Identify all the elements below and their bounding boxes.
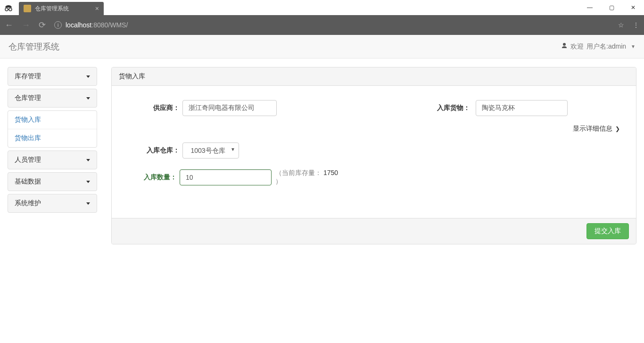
url-host: localhost bbox=[66, 21, 91, 29]
warehouse-label: 入库仓库： bbox=[126, 146, 182, 155]
qty-input[interactable] bbox=[180, 169, 272, 185]
sidebar-label: 库存管理 bbox=[15, 72, 41, 81]
back-button[interactable]: ← bbox=[5, 20, 13, 30]
incognito-icon bbox=[4, 3, 13, 13]
sidebar-item-inventory[interactable]: 库存管理 bbox=[8, 67, 97, 86]
stock-value: 1750 bbox=[323, 169, 338, 176]
browser-menu-icon[interactable]: ⋮ bbox=[633, 21, 639, 29]
minimize-button[interactable]: — bbox=[579, 0, 601, 15]
chevron-down-icon: ❯ bbox=[615, 125, 620, 132]
bookmark-icon[interactable]: ☆ bbox=[618, 21, 624, 29]
caret-icon bbox=[86, 97, 90, 100]
sidebar-label: 系统维护 bbox=[15, 199, 41, 208]
sidebar-item-personnel[interactable]: 人员管理 bbox=[8, 151, 97, 169]
close-window-button[interactable]: ✕ bbox=[622, 0, 644, 15]
sidebar-label: 仓库管理 bbox=[15, 94, 41, 102]
tab-bar: 仓库管理系统 × — ▢ ✕ bbox=[0, 0, 644, 15]
stock-hint: （当前库存量： 1750 ） bbox=[275, 169, 343, 186]
main-content: 货物入库 供应商： 入库货物： 显示详细信息 ❯ bbox=[111, 67, 636, 244]
tab-title: 仓库管理系统 bbox=[35, 5, 69, 13]
supplier-label: 供应商： bbox=[126, 104, 182, 112]
welcome-text: 欢迎 bbox=[570, 42, 584, 51]
forward-button[interactable]: → bbox=[22, 20, 30, 30]
browser-tab[interactable]: 仓库管理系统 × bbox=[19, 2, 104, 15]
caret-down-icon: ▼ bbox=[631, 44, 636, 49]
url-field[interactable]: i localhost:8080/WMS/ bbox=[54, 21, 610, 29]
main-container: 库存管理 仓库管理 货物入库 货物出库 人员管理 bbox=[0, 59, 644, 253]
maximize-button[interactable]: ▢ bbox=[601, 0, 622, 15]
reload-button[interactable]: ⟳ bbox=[39, 20, 46, 30]
sidebar-label: 基础数据 bbox=[15, 177, 41, 186]
sidebar-item-basedata[interactable]: 基础数据 bbox=[8, 172, 97, 191]
sidebar-submenu: 货物入库 货物出库 bbox=[8, 110, 97, 148]
sidebar-item-warehouse[interactable]: 仓库管理 bbox=[8, 89, 97, 108]
stock-in-panel: 货物入库 供应商： 入库货物： 显示详细信息 ❯ bbox=[111, 67, 636, 244]
username-text: 用户名:admin bbox=[586, 42, 626, 51]
app-header: 仓库管理系统 欢迎 用户名:admin ▼ bbox=[0, 35, 644, 59]
caret-icon bbox=[86, 181, 90, 183]
sidebar-subitem-stock-in[interactable]: 货物入库 bbox=[8, 111, 97, 129]
caret-icon bbox=[86, 202, 90, 205]
close-tab-icon[interactable]: × bbox=[95, 5, 99, 12]
svg-point-0 bbox=[5, 8, 8, 11]
sidebar: 库存管理 仓库管理 货物入库 货物出库 人员管理 bbox=[8, 67, 97, 244]
show-detail-toggle[interactable]: 显示详细信息 ❯ bbox=[573, 125, 620, 133]
window-controls: — ▢ ✕ bbox=[579, 0, 644, 15]
warehouse-select[interactable]: 1003号仓库 bbox=[182, 142, 239, 159]
sidebar-subitem-stock-out[interactable]: 货物出库 bbox=[8, 129, 97, 147]
user-menu[interactable]: 欢迎 用户名:admin ▼ bbox=[561, 42, 636, 51]
supplier-input[interactable] bbox=[182, 100, 277, 116]
caret-icon bbox=[86, 75, 90, 78]
url-path: /WMS/ bbox=[108, 21, 128, 29]
goods-input[interactable] bbox=[476, 100, 568, 116]
qty-label: 入库数量： bbox=[126, 173, 180, 182]
app-brand: 仓库管理系统 bbox=[8, 41, 59, 52]
caret-icon bbox=[86, 159, 90, 161]
url-port: :8080 bbox=[91, 21, 108, 29]
show-detail-label: 显示详细信息 bbox=[573, 125, 612, 133]
goods-label: 入库货物： bbox=[437, 104, 473, 112]
favicon-icon bbox=[24, 5, 31, 12]
sidebar-item-system[interactable]: 系统维护 bbox=[8, 194, 97, 213]
browser-chrome: 仓库管理系统 × — ▢ ✕ ← → ⟳ i localhost:8080/WM… bbox=[0, 0, 644, 35]
address-bar: ← → ⟳ i localhost:8080/WMS/ ☆ ⋮ bbox=[0, 15, 644, 35]
user-icon bbox=[561, 42, 568, 50]
panel-title: 货物入库 bbox=[112, 67, 636, 86]
sidebar-label: 人员管理 bbox=[15, 156, 41, 164]
site-info-icon[interactable]: i bbox=[54, 21, 62, 29]
submit-button[interactable]: 提交入库 bbox=[586, 223, 629, 239]
svg-point-1 bbox=[9, 8, 12, 11]
